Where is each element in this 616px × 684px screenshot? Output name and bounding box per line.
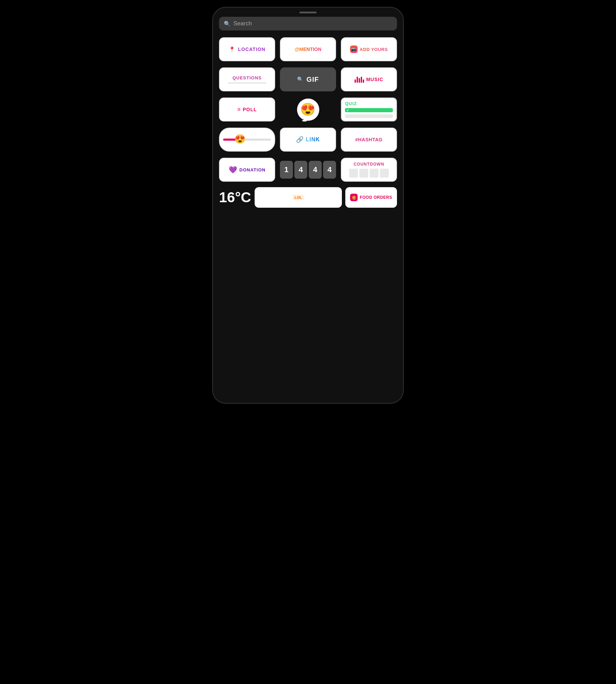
- music-bars-icon: [355, 76, 364, 83]
- temperature-sticker[interactable]: 16°C: [219, 189, 251, 206]
- link-icon: 🔗: [296, 136, 304, 143]
- questions-sticker[interactable]: QUESTIONS: [219, 67, 275, 91]
- mention-sticker[interactable]: @MENTION: [280, 37, 336, 61]
- bottom-row: 16°C LOL 🍔 FOOD ORDERS: [213, 182, 403, 208]
- timer-digit-1: 1: [280, 161, 293, 179]
- countdown-block-1: [349, 169, 358, 178]
- location-sticker[interactable]: 📍 LOCATION: [219, 37, 275, 61]
- timer-sticker[interactable]: 1 4 4 4: [280, 158, 336, 182]
- gif-sticker[interactable]: 🔍 GIF: [280, 67, 336, 91]
- donation-label: DONATION: [240, 167, 266, 172]
- slider-track: 😍: [223, 139, 271, 141]
- timer-digit-2: 4: [294, 161, 307, 179]
- questions-underline: [228, 82, 266, 83]
- heart-icon: 💜: [229, 166, 238, 174]
- link-sticker[interactable]: 🔗 LINK: [280, 128, 336, 152]
- poll-sticker[interactable]: ≡ POLL: [219, 98, 275, 121]
- search-icon: 🔍: [224, 21, 231, 27]
- check-icon: ✓: [346, 108, 349, 112]
- questions-label: QUESTIONS: [232, 75, 262, 80]
- hashtag-label: #HASHTAG: [355, 137, 383, 142]
- slider-emoji: 😍: [234, 134, 246, 144]
- music-label: MUSIC: [366, 77, 383, 82]
- quiz-sticker[interactable]: QUIZ ✓: [341, 98, 397, 121]
- food-orders-label: FOOD ORDERS: [360, 195, 392, 200]
- sticker-grid: 📍 LOCATION @MENTION 📷 ADD YOURS QUESTION…: [213, 37, 403, 182]
- timer-digit-3: 4: [309, 161, 322, 179]
- link-label: LINK: [306, 137, 320, 143]
- addyours-label: ADD YOURS: [360, 47, 388, 52]
- phone-frame: 🔍 Search 📍 LOCATION @MENTION 📷 ADD YOURS…: [212, 7, 404, 404]
- donation-sticker[interactable]: 💜 DONATION: [219, 158, 275, 182]
- addyours-icon: 📷: [350, 46, 358, 53]
- food-icon: 🍔: [350, 194, 358, 201]
- countdown-label: COUNTDOWN: [354, 162, 384, 167]
- food-orders-sticker[interactable]: 🍔 FOOD ORDERS: [345, 187, 397, 208]
- lol-overlay: LOL: [255, 187, 342, 208]
- countdown-blocks: [349, 169, 389, 178]
- search-input: Search: [233, 20, 392, 27]
- emoji-bubble-sticker[interactable]: 😍: [280, 98, 336, 121]
- search-bar[interactable]: 🔍 Search: [219, 17, 397, 30]
- timer-digit-4: 4: [323, 161, 336, 179]
- countdown-block-3: [370, 169, 378, 178]
- location-icon: 📍: [229, 46, 236, 53]
- countdown-block-2: [359, 169, 368, 178]
- poll-label: POLL: [243, 107, 257, 112]
- poll-icon: ≡: [237, 106, 241, 113]
- countdown-block-4: [380, 169, 389, 178]
- music-sticker[interactable]: MUSIC: [341, 67, 397, 91]
- quiz-label: QUIZ: [345, 101, 393, 106]
- drag-handle[interactable]: [299, 12, 317, 13]
- gif-search-icon: 🔍: [297, 76, 304, 82]
- mention-label: @MENTION: [295, 47, 321, 52]
- addyours-sticker[interactable]: 📷 ADD YOURS: [341, 37, 397, 61]
- gif-label: GIF: [307, 76, 319, 83]
- lol-text: LOL: [293, 195, 304, 200]
- emoji-bubble: 😍: [297, 99, 319, 121]
- location-label: LOCATION: [238, 47, 265, 52]
- emoji-slider-sticker[interactable]: 😍: [219, 128, 275, 152]
- heart-eyes-emoji: 😍: [300, 102, 316, 117]
- quiz-blank-answer: [345, 114, 393, 118]
- countdown-sticker[interactable]: COUNTDOWN: [341, 158, 397, 182]
- hashtag-sticker[interactable]: #HASHTAG: [341, 128, 397, 152]
- quiz-correct-answer: ✓: [345, 108, 393, 112]
- lol-sticker[interactable]: LOL: [255, 187, 342, 208]
